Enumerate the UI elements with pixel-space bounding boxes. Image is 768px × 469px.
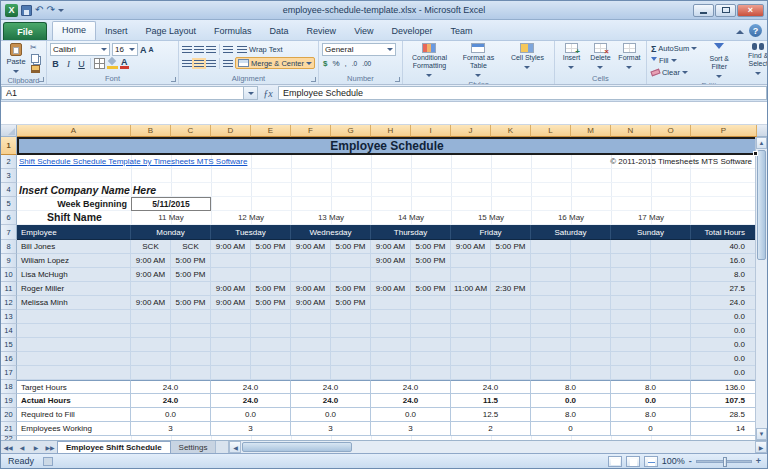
shift-cell[interactable] [651,254,691,268]
total-hours-cell[interactable]: 0.0 [691,366,757,380]
shift-cell[interactable] [611,282,651,296]
undo-icon[interactable]: ↶ [35,5,43,15]
shift-cell[interactable] [611,338,651,352]
shift-cell[interactable] [371,324,411,338]
shrink-font-icon[interactable]: A [149,46,154,53]
summary-total-cell[interactable]: 28.5 [691,408,757,422]
shift-cell[interactable]: 5:00 PM [331,282,371,296]
zoom-slider-thumb[interactable] [723,457,727,467]
column-header[interactable]: I [411,125,451,137]
shift-cell[interactable]: SCK [171,240,211,254]
shift-cell[interactable] [251,310,291,324]
summary-day-cell[interactable]: 24.0 [371,380,451,394]
shift-cell[interactable] [611,268,651,282]
underline-button[interactable]: U [76,58,87,69]
zoom-out-icon[interactable]: - [689,456,692,466]
shift-cell[interactable] [211,324,251,338]
shift-cell[interactable] [251,268,291,282]
shift-cell[interactable] [491,296,531,310]
zoom-in-icon[interactable]: + [756,456,761,466]
shift-cell[interactable] [451,296,491,310]
summary-day-cell[interactable]: 0.0 [211,408,291,422]
horizontal-scroll-track[interactable] [353,441,755,453]
day-header-cell[interactable]: Saturday [531,225,611,240]
summary-day-cell[interactable]: 3 [211,422,291,436]
row-header[interactable]: 2 [1,155,17,169]
align-left-icon[interactable] [182,60,192,67]
close-button[interactable]: × [737,4,764,17]
shift-cell[interactable]: 9:00 AM [291,282,331,296]
shift-cell[interactable]: 9:00 AM [131,254,171,268]
row-header[interactable]: 3 [1,169,17,183]
decrease-indent-icon[interactable] [223,60,233,67]
row-header[interactable]: 12 [1,296,17,310]
shift-cell[interactable] [531,282,571,296]
minimize-button[interactable] [693,4,714,17]
summary-day-cell[interactable]: 0 [531,422,611,436]
shift-cell[interactable] [451,338,491,352]
delete-cells-button[interactable]: × Delete [587,43,614,72]
shift-cell[interactable] [171,310,211,324]
summary-total-cell[interactable]: 14 [691,422,757,436]
previous-sheet-icon[interactable]: ◀ [15,441,29,453]
clear-button[interactable]: Clear [650,67,698,78]
date-cell[interactable]: 14 May [371,211,451,224]
shift-cell[interactable] [451,352,491,366]
total-hours-cell[interactable]: 16.0 [691,254,757,268]
shift-cell[interactable] [491,268,531,282]
summary-day-cell[interactable]: 24.0 [211,380,291,394]
summary-day-cell[interactable]: 24.0 [291,394,371,408]
summary-day-cell[interactable]: 24.0 [131,380,211,394]
column-header[interactable]: P [691,125,757,137]
file-tab[interactable]: File [3,22,47,40]
align-bottom-icon[interactable] [206,46,216,53]
row-header[interactable]: 7 [1,225,17,240]
format-cells-button[interactable]: Format [616,43,643,72]
shift-cell[interactable] [371,296,411,310]
employee-header-cell[interactable]: Employee [17,225,131,240]
summary-day-cell[interactable]: 24.0 [131,394,211,408]
day-header-cell[interactable]: Wednesday [291,225,371,240]
shift-cell[interactable] [651,338,691,352]
shift-cell[interactable] [571,240,611,254]
row-header[interactable]: 20 [1,408,17,422]
total-hours-cell[interactable]: 27.5 [691,282,757,296]
day-header-cell[interactable]: Thursday [371,225,451,240]
shift-cell[interactable] [291,338,331,352]
shift-cell[interactable] [171,282,211,296]
shift-cell[interactable] [531,366,571,380]
macro-record-icon[interactable] [43,457,53,466]
date-cell[interactable]: 11 May [131,211,211,224]
shift-cell[interactable] [131,338,171,352]
row-header[interactable]: 15 [1,338,17,352]
normal-view-icon[interactable] [608,456,622,467]
ribbon-tab[interactable]: Home [52,21,96,40]
shift-cell[interactable] [171,338,211,352]
shift-cell[interactable] [411,296,451,310]
column-header[interactable]: J [451,125,491,137]
fill-button[interactable]: Fill [650,55,698,66]
grow-font-icon[interactable]: A [140,45,147,55]
ribbon-tab[interactable]: View [345,23,382,40]
total-hours-cell[interactable]: 24.0 [691,296,757,310]
summary-day-cell[interactable]: 8.0 [531,380,611,394]
column-header[interactable]: A [17,125,131,137]
row-header[interactable]: 16 [1,352,17,366]
shift-cell[interactable] [611,310,651,324]
shift-cell[interactable] [571,296,611,310]
company-name-text[interactable]: Insert Company Name Here [19,184,156,196]
day-header-cell[interactable]: Friday [451,225,531,240]
font-size-combo[interactable]: 16 [112,43,138,56]
ribbon-tab[interactable]: Review [298,23,346,40]
next-sheet-icon[interactable]: ▶ [29,441,43,453]
fill-color-icon[interactable] [107,58,118,69]
total-hours-cell[interactable]: 8.0 [691,268,757,282]
dialog-launcher-icon[interactable] [311,77,316,82]
format-painter-icon[interactable] [31,65,40,73]
day-header-cell[interactable]: Sunday [611,225,691,240]
shift-cell[interactable] [571,268,611,282]
shift-cell[interactable]: 5:00 PM [411,254,451,268]
date-cell[interactable]: 17 May [611,211,691,224]
shift-cell[interactable] [571,338,611,352]
vertical-scrollbar[interactable]: ▲ ▼ [755,137,767,440]
